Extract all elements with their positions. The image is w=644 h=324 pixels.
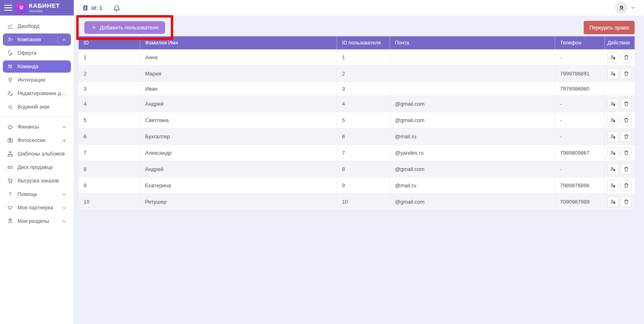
column-header-actions: Действия — [604, 36, 635, 49]
trash-icon — [623, 133, 629, 140]
cell-actions — [604, 66, 635, 82]
account-id-chip: id: 1 — [82, 4, 102, 11]
cell-email — [390, 66, 555, 82]
cell-id: 2 — [79, 66, 140, 82]
sidebar-item[interactable]: Выгрузка заказов — [3, 175, 71, 187]
chevron-down-icon[interactable] — [630, 5, 636, 11]
delete-user-button[interactable] — [621, 164, 632, 175]
cell-email: @gmail.com — [390, 194, 555, 210]
table-row: 5 Светлана 5 @gmail.com - — [79, 112, 635, 129]
user-lock-icon — [610, 117, 616, 123]
cell-name: Андрей — [140, 161, 337, 177]
sidebar-item[interactable]: Водяной знак — [3, 101, 71, 113]
trash-icon — [623, 117, 629, 123]
table-row: 6 Бухгалтер 6 @mail.ru - — [79, 129, 635, 145]
cell-user-id: 3 — [337, 82, 390, 95]
sidebar-item[interactable]: Оферта — [3, 47, 71, 59]
user-permissions-button[interactable] — [607, 68, 618, 79]
delete-user-button[interactable] — [621, 180, 632, 191]
trash-icon — [623, 199, 629, 205]
sidebar: КАБИНЕТ Seenday Дашборд Компания Оферта … — [0, 0, 74, 324]
cell-email: @mail.ru — [390, 129, 555, 144]
cell-phone: 7978986980 — [555, 82, 604, 95]
company-icon — [7, 36, 13, 43]
transfer-rights-button[interactable]: Передать права — [584, 21, 635, 34]
user-lock-icon — [610, 54, 616, 60]
sidebar-item[interactable]: Дашборд — [3, 20, 71, 32]
sidebar-item[interactable]: Шаблоны альбомов — [3, 148, 71, 160]
user-permissions-button[interactable] — [607, 147, 618, 158]
id-card-icon — [82, 4, 88, 11]
cell-phone: 7989876898 — [555, 178, 604, 193]
notifications-button[interactable] — [113, 4, 121, 12]
cell-id: 9 — [79, 178, 140, 193]
main-area: id: 1 Добавить пользователя Передать пра… — [74, 0, 644, 324]
delete-user-button[interactable] — [621, 68, 632, 79]
user-lock-icon — [610, 150, 616, 156]
user-edit-icon — [7, 90, 13, 97]
user-permissions-button[interactable] — [607, 115, 618, 126]
delete-user-button[interactable] — [621, 115, 632, 126]
account-menu — [615, 2, 636, 14]
cell-phone: - — [555, 49, 604, 65]
cell-email — [390, 82, 555, 95]
user-lock-icon — [610, 133, 616, 140]
chevron-down-icon — [62, 205, 67, 211]
user-permissions-button[interactable] — [607, 196, 618, 207]
chevron-down-icon — [62, 192, 67, 197]
user-permissions-button[interactable] — [607, 131, 618, 142]
cell-user-id: 6 — [337, 129, 390, 144]
sidebar-item[interactable]: Интеграции — [3, 74, 71, 86]
add-user-button[interactable]: Добавить пользователя — [84, 21, 165, 34]
plus-icon — [62, 138, 67, 143]
users-table: ID Фамилия Имя ID пользователя Почта Тел… — [79, 36, 635, 210]
delete-user-button[interactable] — [621, 196, 632, 207]
brand-subtitle: Seenday — [29, 9, 60, 13]
sidebar-item[interactable]: Мои разделы — [3, 215, 71, 227]
cell-phone: 7999786891 — [555, 66, 604, 82]
cell-user-id: 2 — [337, 66, 390, 82]
column-header-user-id: ID пользователя — [337, 36, 390, 49]
user-permissions-button[interactable] — [607, 164, 618, 175]
sidebar-item[interactable]: Финансы — [3, 121, 71, 133]
cell-id: 3 — [79, 82, 140, 95]
seenday-logo-icon — [16, 2, 26, 13]
brand-logo[interactable]: КАБИНЕТ Seenday — [16, 2, 60, 13]
cell-actions — [604, 112, 635, 128]
sidebar-item[interactable]: Редактирование данных — [3, 87, 71, 100]
user-permissions-button[interactable] — [607, 180, 618, 191]
delete-user-button[interactable] — [621, 52, 632, 63]
add-user-label: Добавить пользователя — [100, 24, 158, 31]
user-lock-icon — [610, 71, 616, 77]
cell-name: Светлана — [140, 112, 337, 128]
sidebar-item[interactable]: Фотосессии — [3, 134, 71, 146]
cell-user-id: 10 — [337, 194, 390, 210]
brand-title: КАБИНЕТ — [29, 2, 60, 9]
cell-email — [390, 49, 555, 65]
user-lock-icon — [610, 166, 616, 172]
hamburger-icon[interactable] — [4, 3, 12, 12]
user-permissions-button[interactable] — [607, 98, 618, 109]
cell-id: 6 — [79, 129, 140, 144]
cell-name: Андрей — [140, 96, 337, 112]
cell-actions — [604, 178, 635, 193]
cell-name: Александр — [140, 145, 337, 161]
cell-actions — [604, 161, 635, 177]
user-permissions-button[interactable] — [607, 52, 618, 63]
sidebar-item[interactable]: Компания — [3, 33, 71, 46]
chevron-down-icon — [62, 219, 67, 224]
sidebar-item[interactable]: Помощь — [3, 188, 71, 200]
cell-actions — [604, 49, 635, 65]
cell-id: 1 — [79, 49, 140, 65]
delete-user-button[interactable] — [621, 131, 632, 142]
sidebar-item[interactable]: Диск продавца — [3, 161, 71, 173]
delete-user-button[interactable] — [621, 147, 632, 158]
avatar[interactable] — [615, 2, 627, 14]
trash-icon — [623, 71, 629, 77]
table-row: 3 Иван 3 7978986980 — [79, 82, 635, 96]
sidebar-item[interactable]: Команда — [3, 60, 71, 73]
delete-user-button[interactable] — [621, 98, 632, 109]
sidebar-item[interactable]: Моя партнерка — [3, 202, 71, 214]
cell-id: 8 — [79, 161, 140, 177]
cell-email: @yandex.ru — [390, 145, 555, 161]
